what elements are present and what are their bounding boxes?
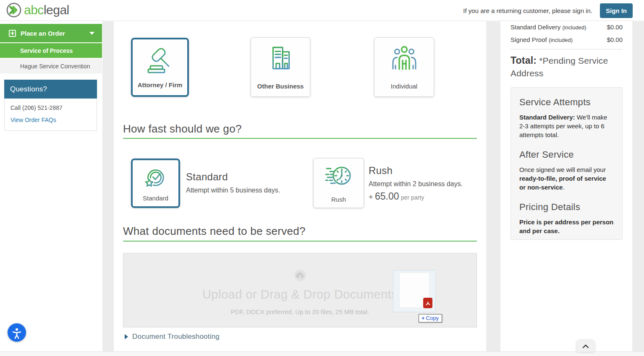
app-header: abclegal If you are a returning customer… <box>0 0 644 21</box>
line-amount: $0.00 <box>607 36 623 43</box>
summary-line-standard-delivery: Standard Delivery (included) $0.00 <box>510 23 623 31</box>
copy-plus-icon: + <box>421 315 425 321</box>
people-icon <box>390 45 419 72</box>
after-service-text: Once signed we will email your ready-to-… <box>519 165 614 192</box>
footer-strip <box>0 351 644 356</box>
caret-down-icon <box>89 32 94 35</box>
building-icon <box>267 45 294 73</box>
rush-price: + 65.00 per party <box>369 191 463 202</box>
speed-section-title: How fast should we go? <box>123 122 242 135</box>
recipient-card-other-business[interactable]: Other Business <box>251 37 310 97</box>
document-troubleshooting-toggle[interactable]: Document Troubleshooting <box>125 333 220 341</box>
rush-title: Rush <box>369 165 463 177</box>
standard-description: Attempt within 5 business days. <box>186 187 280 194</box>
upload-dropzone[interactable]: Upload or Drag & Drop Documents PDF, DOC… <box>123 253 477 327</box>
sidebar-scrollbar-track[interactable] <box>102 21 114 351</box>
order-total: Total: *Pending Service Address <box>510 54 615 80</box>
after-service-title: After Service <box>519 149 614 160</box>
sidebar-item-hague-service-convention[interactable]: Hague Service Convention <box>0 58 102 73</box>
returning-customer-text: If you are a returning customer, please … <box>463 7 592 14</box>
triangle-right-icon <box>125 334 128 339</box>
page-scrollbar-track[interactable] <box>632 21 644 351</box>
pricing-details-text: Price is per address per person and per … <box>519 218 614 235</box>
rush-description: Attempt within 2 business days. <box>369 180 463 188</box>
recipient-card-attorney-firm[interactable]: Attorney / Firm <box>131 38 189 97</box>
pdf-drag-preview <box>393 270 436 312</box>
view-order-faqs-link[interactable]: View Order FAQs <box>10 117 56 123</box>
total-label: Total: <box>510 55 537 66</box>
sidebar-place-an-order[interactable]: Place an Order <box>0 24 102 42</box>
questions-panel: Questions? Call (206) 521-2887 View Orde… <box>4 80 97 131</box>
logo-mark-icon <box>6 2 22 18</box>
rush-clock-icon <box>325 164 353 188</box>
service-attempts-text: Standard Delivery: We'll make 2-3 attemp… <box>519 113 614 139</box>
cloud-upload-icon <box>293 268 307 283</box>
accessibility-icon <box>10 326 23 339</box>
speed-card-rush[interactable]: Rush <box>313 158 364 208</box>
documents-section-title: What documents need to be served? <box>123 225 306 238</box>
main-scrollbar-track[interactable] <box>486 21 500 351</box>
logo-text: abclegal <box>24 3 69 17</box>
service-info-panel: Service Attempts Standard Delivery: We'l… <box>510 87 623 240</box>
line-amount: $0.00 <box>607 23 623 31</box>
summary-line-signed-proof: Signed Proof (included) $0.00 <box>510 36 623 43</box>
standard-clock-icon <box>144 165 168 190</box>
recipient-card-individual[interactable]: Individual <box>374 37 434 97</box>
service-attempts-title: Service Attempts <box>519 97 614 108</box>
chevron-up-icon <box>582 344 589 348</box>
pdf-file-icon <box>423 298 432 308</box>
speed-card-standard[interactable]: Standard <box>131 159 180 208</box>
plus-icon <box>9 30 16 37</box>
accessibility-widget-button[interactable] <box>8 323 26 342</box>
abclegal-logo[interactable]: abclegal <box>6 2 69 18</box>
gavel-icon <box>145 47 175 77</box>
scroll-to-top-button[interactable] <box>577 340 594 352</box>
sign-in-button[interactable]: Sign In <box>600 3 633 18</box>
pricing-details-title: Pricing Details <box>519 202 614 213</box>
questions-title: Questions? <box>4 80 97 99</box>
drag-copy-badge: +Copy <box>419 314 442 322</box>
standard-title: Standard <box>186 171 280 183</box>
questions-phone: Call (206) 521-2887 <box>10 104 91 111</box>
section-rule <box>123 241 477 242</box>
section-rule <box>123 138 477 139</box>
sidebar-item-service-of-process[interactable]: Service of Process <box>0 43 102 58</box>
summary-divider <box>510 49 623 49</box>
